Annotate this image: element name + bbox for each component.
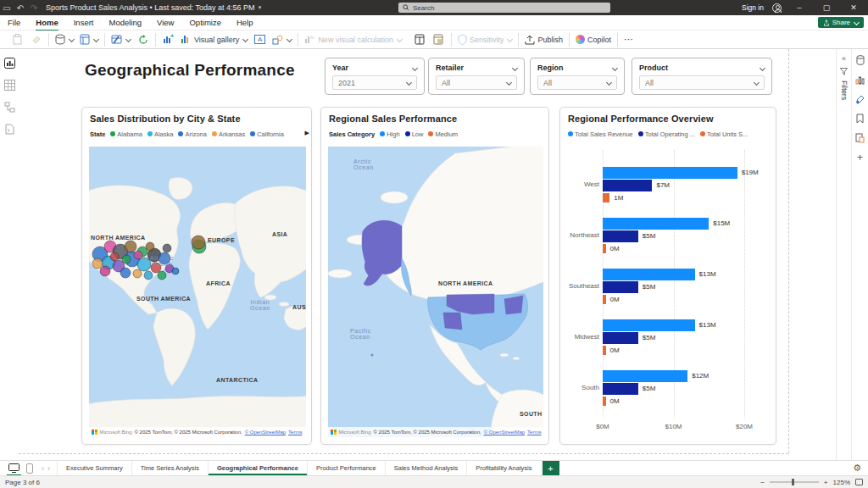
transform-data-button[interactable]	[111, 34, 131, 45]
page-tab-profitability-analysis[interactable]: Profitability Analysis	[467, 461, 541, 475]
title-dropdown-icon[interactable]: ▾	[259, 4, 262, 11]
add-pane-icon[interactable]: +	[854, 152, 866, 164]
slicer-header-chevron-icon[interactable]	[512, 64, 518, 70]
quick-measure-icon[interactable]	[414, 33, 426, 46]
copilot-button[interactable]: Copilot	[576, 35, 611, 44]
bar-southeast-1[interactable]	[603, 269, 695, 280]
city-bubble[interactable]	[110, 252, 119, 261]
city-bubble[interactable]	[92, 258, 103, 269]
menu-item-help[interactable]: Help	[229, 16, 261, 29]
visual-city-state-map[interactable]: Sales Distribution by City & State State…	[81, 107, 312, 445]
report-view-button[interactable]	[3, 56, 16, 69]
minimize-button[interactable]: –	[790, 3, 809, 12]
bookmarks-pane-icon[interactable]	[854, 113, 866, 125]
publish-button[interactable]: Publish	[525, 35, 563, 45]
bar-northeast-2[interactable]	[603, 230, 638, 242]
prev-page-icon[interactable]: ‹	[42, 464, 44, 473]
zoom-in-button[interactable]: +	[824, 479, 828, 486]
filter-funnel-icon[interactable]	[840, 68, 848, 75]
bar-chart-plot[interactable]: $0M$10M$20MWest$19M$7M1MNortheast$15M$5M…	[560, 108, 776, 444]
city-bubble[interactable]	[172, 268, 179, 274]
city-bubble[interactable]	[122, 255, 131, 263]
bar-west-2[interactable]	[603, 180, 652, 191]
slicer-header-chevron-icon[interactable]	[760, 64, 765, 70]
slicer-product[interactable]: ProductAll	[632, 58, 772, 95]
build-visual-pane-icon[interactable]	[854, 74, 866, 86]
new-measure-icon[interactable]	[432, 33, 445, 46]
city-bubble[interactable]	[158, 271, 166, 280]
bar-northeast-3[interactable]	[603, 244, 606, 253]
menu-item-file[interactable]: File	[0, 16, 28, 29]
mobile-view-button[interactable]	[26, 463, 33, 474]
city-bubble[interactable]	[163, 244, 171, 252]
bar-south-1[interactable]	[603, 370, 687, 382]
shapes-button[interactable]	[272, 35, 292, 45]
model-view-button[interactable]	[3, 100, 16, 114]
legend-scroll-icon[interactable]: ▶	[305, 130, 309, 136]
city-bubble[interactable]	[134, 251, 142, 259]
save-icon[interactable]: ▭	[0, 3, 14, 13]
terms-link[interactable]: Terms	[288, 430, 302, 435]
undo-icon[interactable]: ↶	[14, 3, 27, 13]
text-box-icon[interactable]: A	[253, 33, 266, 46]
legend-item-alabama[interactable]: Alabama	[110, 130, 142, 138]
settings-gear-icon[interactable]: ⚙	[853, 463, 861, 474]
legend-item-arizona[interactable]: Arizona	[178, 130, 206, 138]
new-visual-icon[interactable]: +	[162, 33, 175, 46]
recent-sources-button[interactable]	[80, 34, 98, 45]
window-title[interactable]: Sports Product Sales Analysis • Last sav…	[46, 3, 255, 12]
page-tab-sales-method-analysis[interactable]: Sales Method Analysis	[386, 461, 467, 475]
menu-item-modeling[interactable]: Modeling	[101, 16, 149, 29]
table-view-button[interactable]	[3, 78, 16, 92]
legend-item-california[interactable]: California	[250, 130, 284, 138]
slicer-value-dropdown[interactable]: All	[639, 75, 765, 90]
slicer-header-chevron-icon[interactable]	[612, 64, 618, 70]
search-input[interactable]: Search	[398, 3, 610, 13]
slicer-value-dropdown[interactable]: All	[436, 75, 517, 90]
slicer-value-dropdown[interactable]: 2021	[332, 75, 417, 90]
legend-item-high[interactable]: High	[380, 130, 399, 138]
terms-link[interactable]: Terms	[527, 430, 541, 435]
menu-item-view[interactable]: View	[149, 16, 181, 29]
zoom-slider[interactable]	[770, 481, 819, 483]
share-button[interactable]: Share	[818, 17, 864, 28]
next-page-icon[interactable]: ›	[47, 464, 50, 473]
legend-item-low[interactable]: Low	[405, 130, 424, 138]
page-tab-executive-summary[interactable]: Executive Summary	[57, 461, 132, 475]
visual-gallery-button[interactable]: Visual gallery	[181, 34, 248, 45]
ribbon-more-button[interactable]: ⋯	[624, 34, 634, 45]
bar-midwest-3[interactable]	[603, 346, 606, 355]
slicer-retailer[interactable]: RetailerAll	[428, 58, 525, 95]
city-bubble[interactable]	[125, 241, 136, 252]
city-bubble[interactable]	[100, 266, 110, 276]
city-bubble[interactable]	[120, 268, 131, 278]
fit-to-page-icon[interactable]	[855, 479, 863, 485]
bar-south-2[interactable]	[603, 383, 638, 395]
refresh-icon[interactable]	[136, 33, 149, 46]
openstreetmap-link[interactable]: © OpenStreetMap	[484, 430, 525, 435]
filters-pane-label[interactable]: Filters	[840, 80, 849, 100]
bar-southeast-2[interactable]	[603, 281, 638, 293]
zoom-slider-thumb[interactable]	[792, 479, 794, 485]
slicer-header-chevron-icon[interactable]	[412, 64, 418, 70]
legend-item-alaska[interactable]: Alaska	[147, 130, 174, 138]
zoom-out-button[interactable]: −	[760, 479, 765, 486]
menu-item-home[interactable]: Home	[28, 16, 65, 29]
world-map[interactable]: NORTH AMERICA EUROPE ASIA Atlantic Ocean…	[89, 147, 306, 437]
bar-west-1[interactable]	[603, 167, 737, 179]
get-data-button[interactable]	[55, 34, 74, 45]
menu-item-insert[interactable]: Insert	[66, 16, 102, 29]
zoom-level[interactable]: 125%	[833, 479, 850, 486]
selection-pane-icon[interactable]	[854, 132, 866, 144]
page-tab-product-performance[interactable]: Product Performance	[308, 461, 386, 475]
visual-regional-sales-map[interactable]: Regional Sales Performance Sales Categor…	[320, 107, 549, 445]
account-avatar[interactable]	[772, 3, 782, 13]
bar-west-3[interactable]	[603, 193, 609, 202]
city-bubble[interactable]	[192, 236, 205, 249]
openstreetmap-link[interactable]: © OpenStreetMap	[245, 430, 286, 435]
bar-midwest-1[interactable]	[603, 319, 695, 331]
legend-item-arkansas[interactable]: Arkansas	[212, 130, 245, 138]
page-tab-geographical-performance[interactable]: Geographical Performance	[209, 461, 308, 475]
close-button[interactable]: ✕	[844, 3, 863, 12]
city-bubble[interactable]	[146, 242, 154, 251]
